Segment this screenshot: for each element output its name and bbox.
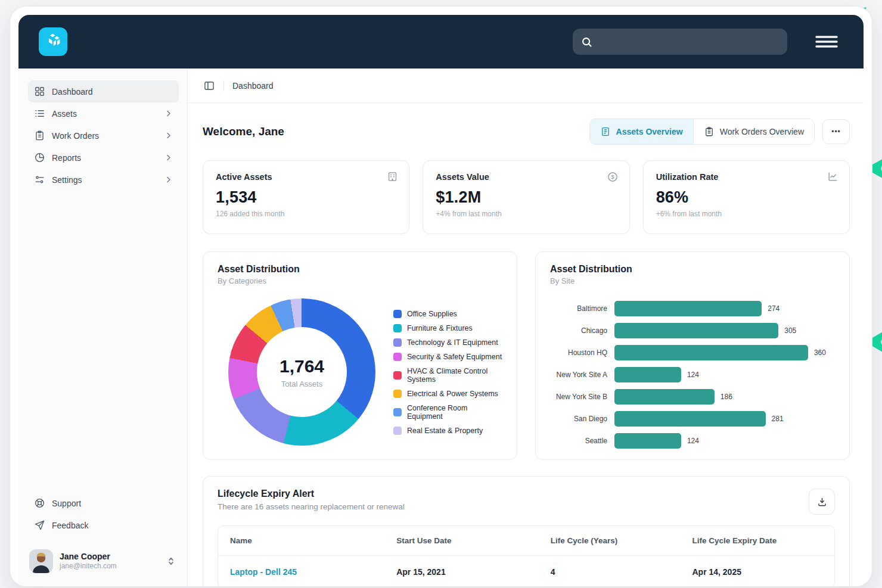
legend-label: Conference Room Equipment — [407, 404, 502, 421]
legend-label: HVAC & Climate Control Systems — [407, 367, 502, 384]
bar-row: San Diego281 — [550, 411, 835, 427]
sidebar-item-label: Feedback — [52, 521, 88, 530]
sidebar: DashboardAssetsWork OrdersReportsSetting… — [18, 69, 188, 586]
legend-item[interactable]: Electrical & Power Systems — [393, 390, 502, 398]
column-header: Start Use Date — [384, 526, 539, 556]
stat-card-utilization-rate: Utilization Rate 86% +6% from last month — [643, 160, 850, 234]
sidebar-item-label: Settings — [52, 175, 82, 185]
sidebar-item-dashboard[interactable]: Dashboard — [28, 80, 179, 102]
sidebar-item-label: Dashboard — [52, 87, 93, 97]
stat-subtext: +6% from last month — [656, 210, 837, 218]
column-header: Life Cycle (Years) — [539, 526, 681, 556]
legend-item[interactable]: Security & Safety Equipment — [393, 353, 502, 361]
tab-assets-overview[interactable]: Assets Overview — [590, 119, 693, 144]
download-icon — [816, 496, 828, 508]
user-menu[interactable]: Jane Cooper jane@initech.com — [28, 547, 179, 575]
brand-logo-icon — [43, 32, 63, 52]
table-row: Laptop - Dell 245Apr 15, 20214Apr 14, 20… — [218, 556, 834, 587]
download-button[interactable] — [809, 489, 835, 515]
bar-category-label: Houston HQ — [550, 349, 614, 357]
sidebar-item-settings[interactable]: Settings — [28, 169, 179, 191]
main-area: Dashboard Welcome, Jane — [188, 69, 864, 586]
table-cell: Apr 14, 2025 — [680, 556, 834, 587]
search-bar[interactable] — [573, 29, 787, 55]
bar[interactable] — [614, 301, 762, 316]
svg-text:$: $ — [611, 174, 614, 180]
stat-value: 1,534 — [216, 188, 396, 207]
topbar — [18, 15, 864, 69]
chart-subtitle: By Site — [550, 276, 835, 285]
overview-tab-group: Assets Overview — [589, 119, 815, 145]
bar[interactable] — [614, 389, 715, 405]
list-icon — [34, 108, 45, 119]
sidebar-toggle-button[interactable] — [203, 80, 215, 92]
clipboard-icon — [34, 130, 45, 141]
column-header: Name — [218, 526, 384, 556]
report-icon — [600, 126, 611, 137]
chevron-right-icon — [164, 175, 173, 184]
sidebar-item-reports[interactable]: Reports — [28, 147, 179, 169]
donut-total-value: 1,764 — [279, 356, 324, 377]
lifecycle-expiry-card: Lifecycle Expiry Alert There are 16 asse… — [203, 476, 850, 586]
chart-title: Asset Distribution — [550, 264, 835, 275]
bar-category-label: Chicago — [550, 326, 614, 335]
asset-link[interactable]: Laptop - Dell 245 — [218, 556, 384, 587]
bar[interactable] — [614, 345, 808, 360]
table-cell: 4 — [539, 556, 681, 587]
sidebar-nav: DashboardAssetsWork OrdersReportsSetting… — [28, 80, 179, 191]
sliders-icon — [34, 174, 45, 185]
bar-value-label: 274 — [768, 304, 779, 313]
sidebar-item-label: Reports — [52, 153, 81, 163]
legend-item[interactable]: Conference Room Equipment — [393, 404, 502, 421]
bar[interactable] — [614, 433, 681, 449]
search-input[interactable] — [598, 37, 779, 47]
line-chart-icon — [827, 171, 838, 182]
bar[interactable] — [614, 367, 681, 382]
legend-swatch — [393, 371, 402, 379]
dashboard-content: Welcome, Jane — [188, 103, 864, 586]
bar-category-label: Baltimore — [550, 304, 614, 313]
legend-item[interactable]: Furniture & Fixtures — [393, 324, 502, 332]
column-header: Life Cycle Expiry Date — [680, 526, 834, 556]
legend-item[interactable]: HVAC & Climate Control Systems — [393, 367, 502, 384]
brand-logo[interactable] — [39, 27, 67, 56]
sidebar-item-work-orders[interactable]: Work Orders — [28, 125, 179, 147]
stat-title: Active Assets — [216, 172, 396, 182]
sidebar-item-support[interactable]: Support — [28, 492, 179, 514]
bar-value-label: 360 — [814, 349, 826, 357]
donut-chart[interactable]: 1,764 Total Assets — [228, 298, 375, 446]
lifecycle-title: Lifecycle Expiry Alert — [218, 489, 405, 499]
legend-item[interactable]: Technology & IT Equipment — [393, 338, 502, 347]
menu-button[interactable] — [815, 35, 838, 49]
pie-chart-icon — [34, 152, 45, 163]
donut-total-label: Total Assets — [281, 379, 322, 388]
legend-item[interactable]: Real Estate & Property — [393, 427, 502, 435]
bar-value-label: 124 — [687, 371, 699, 379]
clipboard-icon — [704, 126, 715, 137]
search-icon — [580, 36, 593, 48]
bar-row: Houston HQ360 — [550, 345, 835, 360]
chevron-right-icon — [164, 131, 173, 140]
lifecycle-table: NameStart Use DateLife Cycle (Years)Life… — [218, 525, 835, 586]
legend-label: Electrical & Power Systems — [407, 390, 498, 398]
bar[interactable] — [614, 323, 778, 338]
bar[interactable] — [614, 411, 766, 427]
panel-icon — [203, 80, 215, 92]
more-options-button[interactable]: ••• — [822, 119, 850, 144]
bar-row: Baltimore274 — [550, 301, 835, 316]
donut-legend: Office SuppliesFurniture & FixturesTechn… — [393, 310, 502, 435]
legend-item[interactable]: Office Supplies — [393, 310, 502, 318]
site-bar-chart: Baltimore274Chicago305Houston HQ360New Y… — [550, 301, 835, 449]
legend-swatch — [393, 338, 402, 347]
chevron-right-icon — [164, 109, 173, 118]
tab-work-orders-overview[interactable]: Work Orders Overview — [693, 119, 814, 144]
bar-value-label: 281 — [772, 415, 784, 423]
sidebar-item-feedback[interactable]: Feedback — [28, 514, 179, 536]
legend-label: Technology & IT Equipment — [407, 338, 498, 347]
stat-subtext: 126 added this month — [216, 210, 396, 218]
stat-card-assets-value: Assets Value $ $1.2M +4% from last month — [423, 160, 629, 234]
bar-value-label: 186 — [720, 393, 732, 401]
user-email: jane@initech.com — [60, 562, 117, 571]
sidebar-footer: SupportFeedback Jane Cooper — [28, 492, 179, 575]
sidebar-item-assets[interactable]: Assets — [28, 102, 179, 125]
